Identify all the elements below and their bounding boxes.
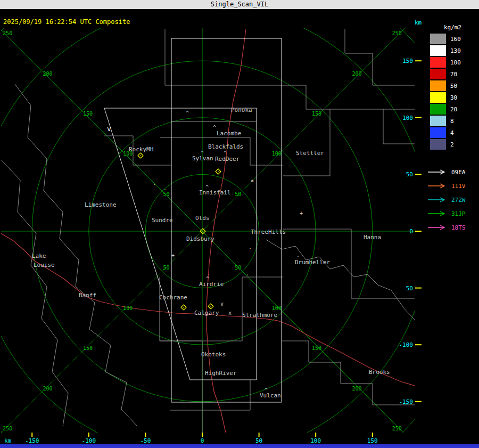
range-label: 100	[272, 305, 282, 311]
bottom-axis-tick-label: 50	[255, 437, 262, 444]
colorbar-swatch	[430, 92, 446, 103]
map-marker: *	[251, 179, 254, 185]
radar-arrow-icon	[428, 169, 449, 175]
map-marker: v	[220, 301, 224, 307]
range-label: 200	[43, 71, 53, 77]
colorbar-label: 20	[450, 106, 457, 113]
colorbar-label: 50	[450, 83, 457, 89]
map-marker: +	[171, 252, 175, 258]
right-axis-unit: km	[415, 19, 422, 26]
map-marker: ^	[224, 150, 227, 156]
map-marker: ^	[201, 150, 204, 156]
range-label: 150	[312, 111, 321, 117]
range-label: 250	[392, 30, 402, 36]
radar-legend-entry: 31JP	[426, 207, 479, 221]
colorbar-label: 100	[450, 59, 461, 66]
range-ring	[0, 4, 429, 448]
county-boundary	[266, 240, 415, 320]
bottom-scrollbar[interactable]	[0, 444, 479, 448]
colorbar-swatch	[430, 80, 446, 91]
city-label: Okotoks	[201, 351, 226, 358]
range-label: 250	[392, 426, 402, 431]
colorbar-swatch	[430, 104, 446, 115]
range-label: 50	[163, 265, 170, 271]
colorbar-entry: 160	[426, 33, 479, 45]
range-label: 100	[272, 151, 282, 157]
map-marker: .	[249, 244, 252, 250]
colorbar-entry: 4	[426, 127, 479, 139]
radar-id: 09EA	[451, 169, 466, 176]
radar-id: 27ZW	[451, 197, 466, 203]
map-canvas: 5010015020025050100150200250501001502002…	[0, 0, 479, 448]
scan-area-box	[171, 38, 282, 402]
highway	[0, 233, 207, 314]
county-boundary	[283, 109, 330, 176]
city-label: Didsbury	[186, 235, 214, 242]
county-boundary	[170, 380, 250, 410]
radar-legend-entry: 18TS	[426, 221, 479, 234]
map-marker: ^	[265, 387, 268, 393]
colorbar-swatch	[430, 57, 446, 68]
colorbar-label: 30	[450, 94, 457, 101]
map-marker: +	[300, 210, 303, 216]
colorbar-label: 2	[450, 141, 454, 148]
city-label: Lake	[32, 252, 46, 259]
right-axis-tick-label: 50	[406, 171, 413, 178]
city-label: HighRiver	[205, 370, 237, 377]
azimuth-spoke	[0, 0, 202, 231]
range-label: 250	[3, 30, 12, 36]
colorbar-label: 70	[450, 71, 457, 78]
city-label: Strathmore	[242, 312, 277, 319]
city-label: Limestone	[85, 201, 117, 208]
map-marker: .	[246, 271, 249, 276]
window-title: Single_Scan_VIL	[211, 1, 268, 8]
right-axis-tick-label: -150	[399, 398, 414, 405]
radar-arrow-icon	[428, 183, 449, 189]
city-label: Airdrie	[199, 281, 224, 288]
county-boundary	[282, 341, 415, 405]
radar-arrow-icon	[428, 224, 449, 231]
city-label: RedDeer	[215, 156, 240, 162]
range-label: 100	[123, 305, 133, 311]
city-label: ThreeHills	[251, 229, 286, 235]
range-label: 200	[352, 386, 361, 392]
map-marker: .	[163, 185, 167, 191]
city-label: Drumheller	[295, 259, 331, 266]
bottom-axis-tick-label: -50	[140, 437, 151, 444]
colorbar-entry: 50	[426, 80, 479, 92]
scan-timestamp: 2025/09/19 16:22:54 UTC Composite	[3, 18, 130, 26]
colorbar-entry: 20	[426, 103, 479, 115]
radar-legend-entry: 111V	[426, 179, 479, 193]
colorbar-entry: 2	[426, 139, 479, 150]
colorbar-swatch	[430, 127, 446, 138]
colorbar-entry: 30	[426, 92, 479, 103]
colorbar-swatch	[430, 34, 446, 44]
radar-site-dot	[210, 306, 211, 307]
city-label: Vulcan	[260, 392, 281, 399]
map-marker: ^	[186, 110, 189, 116]
colorbar-entry: 100	[426, 56, 479, 68]
range-label: 50	[163, 191, 170, 197]
range-label: 50	[235, 265, 241, 271]
radar-site-dot	[183, 307, 184, 308]
map-marker: .	[153, 180, 156, 186]
right-axis-tick-label: -100	[399, 341, 414, 348]
radar-arrow-icon	[428, 210, 449, 217]
county-boundary	[282, 85, 415, 109]
colorbar-swatch	[430, 139, 446, 150]
radar-map[interactable]: 5010015020025050100150200250501001502002…	[0, 0, 479, 448]
right-axis-tick-label: 0	[409, 228, 413, 235]
city-label: Cochrane	[159, 294, 187, 301]
right-axis-tick-label: -50	[402, 285, 413, 292]
radar-site-dot	[202, 231, 203, 232]
range-label: 150	[312, 345, 321, 351]
colorbar-entry: 8	[426, 115, 479, 127]
bottom-axis-tick-label: 0	[201, 437, 204, 444]
range-label: 150	[83, 111, 93, 117]
bottom-axis-tick-label: 100	[310, 437, 321, 444]
radar-id: 31JP	[451, 210, 466, 217]
radar-site-dot	[218, 171, 219, 172]
city-label: Sundre	[152, 217, 173, 224]
map-marker: x	[228, 310, 232, 316]
range-label: 200	[43, 386, 53, 392]
